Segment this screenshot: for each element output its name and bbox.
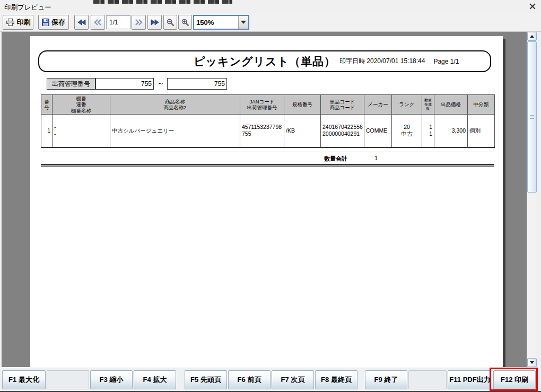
cell-maker: COMME [364,115,392,147]
cell-product-name: 中古シルバージュエリー [110,115,240,147]
document-page: ピッキングリスト（単品） 印字日時 2020/07/01 15:18:44 Pa… [30,36,503,367]
col-header-category: 中分類 [468,95,495,115]
document-title-box: ピッキングリスト（単品） 印字日時 2020/07/01 15:18:44 Pa… [38,50,491,72]
function-key-bar: F1 最大化 F3 縮小 F4 拡大 F5 先頭頁 F6 前頁 F7 次頁 F8… [0,367,541,391]
cell-rank: 20 中古 [392,115,422,147]
shipping-number-from: 755 [95,78,154,90]
next-page-icon [135,19,143,25]
vertical-scrollbar[interactable] [527,32,536,367]
table-header-row: 番号 棚番 連番 棚番名称 商品名称 商品名称2 JANコード 出荷管理番号 規… [41,95,495,115]
col-header-rank: ランク [392,95,422,115]
col-header-jan: JANコード 出荷管理番号 [240,95,284,115]
first-page-button[interactable] [74,15,89,30]
cell-price: 3,300 [434,115,468,147]
table-row: 1 - - 中古シルバージュエリー 4571153237798 755 /KB … [41,115,495,147]
shipping-number-range: 出荷管理番号 755 ～ 755 [30,78,503,90]
f8-last-page-button[interactable]: F8 最終頁 [315,370,357,389]
f1-maximize-button[interactable]: F1 最大化 [2,370,46,389]
double-rule [41,164,494,167]
totals-section: 数量合計 1 [41,152,494,168]
shipping-number-label: 出荷管理番号 [47,78,95,90]
scroll-down-button[interactable] [527,358,537,367]
col-header-no: 番号 [41,95,53,115]
print-button[interactable]: 印刷 [3,15,33,30]
previous-page-button[interactable] [91,15,105,30]
col-header-product-name: 商品名称 商品名称2 [110,95,240,115]
document-title: ピッキングリスト（単品） [194,54,336,69]
print-button-label: 印刷 [17,18,31,27]
col-header-qty: 数量 在庫数 [422,95,434,115]
save-button-label: 保存 [51,18,65,27]
f5-first-page-button[interactable]: F5 先頭頁 [185,370,227,389]
f6-prev-page-button[interactable]: F6 前頁 [228,370,270,389]
col-header-price: 出品価格 [434,95,468,115]
f11-pdf-output-button[interactable]: F11 PDF出力 [448,370,492,389]
page-number: Page 1/1 [433,58,459,65]
range-tilde: ～ [155,79,166,89]
zoom-out-icon [167,19,174,27]
total-quantity-value: 1 [348,155,378,161]
f12-print-button[interactable]: F12 印刷 [493,370,536,389]
f3-shrink-button[interactable]: F3 縮小 [90,370,133,389]
f9-exit-button[interactable]: F9 終了 [365,370,407,389]
chevron-down-icon [241,21,246,24]
cell-spec: /KB [284,115,321,147]
zoom-in-button[interactable] [178,15,192,30]
f7-next-page-button[interactable]: F7 次頁 [272,370,314,389]
next-page-button[interactable] [132,15,146,30]
cell-qty: 1 1 [422,115,434,147]
previous-page-icon [94,19,102,25]
col-header-spec: 規格番号 [284,95,321,115]
cell-shelf: - - [53,115,110,147]
last-page-button[interactable] [147,15,162,30]
floppy-disk-icon [42,19,49,26]
print-preview-window: 印刷プレビュー 印刷 保存 [0,0,541,392]
picking-list-table: 番号 棚番 連番 棚番名称 商品名称 商品名称2 JANコード 出荷管理番号 規… [41,94,495,148]
clipped-background-window-text [93,0,232,4]
scrollbar-thumb[interactable] [527,41,537,193]
last-page-icon [151,19,159,25]
f2-empty-button [47,370,89,389]
zoom-dropdown-button[interactable] [238,16,248,29]
f4-enlarge-button[interactable]: F4 拡大 [134,370,176,389]
arrow-up-icon [530,35,534,38]
print-datetime: 印字日時 2020/07/01 15:18:44 [339,57,425,66]
scrollbar-grip-icon [530,115,534,119]
zoom-level-combobox[interactable]: 150% [193,15,249,30]
cell-category: 個別 [468,115,495,147]
zoom-level-value: 150% [194,19,238,27]
total-quantity-label: 数量合計 [324,155,347,163]
preview-pane: ピッキングリスト（単品） 印字日時 2020/07/01 15:18:44 Pa… [2,32,527,367]
first-page-icon [77,19,86,25]
zoom-in-icon [181,19,189,27]
col-header-codes: 単品コード 商品コード [321,95,364,115]
col-header-shelf: 棚番 連番 棚番名称 [53,95,110,115]
window-title: 印刷プレビュー [4,3,51,12]
cell-no: 1 [41,115,53,147]
zoom-out-button[interactable] [163,15,177,30]
scroll-up-button[interactable] [527,32,537,41]
cell-jan: 4571153237798 755 [240,115,284,147]
col-header-maker: メーカー [364,95,392,115]
titlebar: 印刷プレビュー [0,0,541,13]
shipping-number-to: 755 [167,78,227,90]
page-indicator-input[interactable] [106,15,130,29]
save-button[interactable]: 保存 [38,15,69,30]
printer-icon [6,19,15,26]
close-icon[interactable] [528,2,537,11]
f10-empty-button [408,370,447,389]
arrow-down-icon [530,361,534,364]
toolbar: 印刷 保存 [0,13,541,32]
cell-codes: 2401670422556 200000040291 [321,115,364,147]
